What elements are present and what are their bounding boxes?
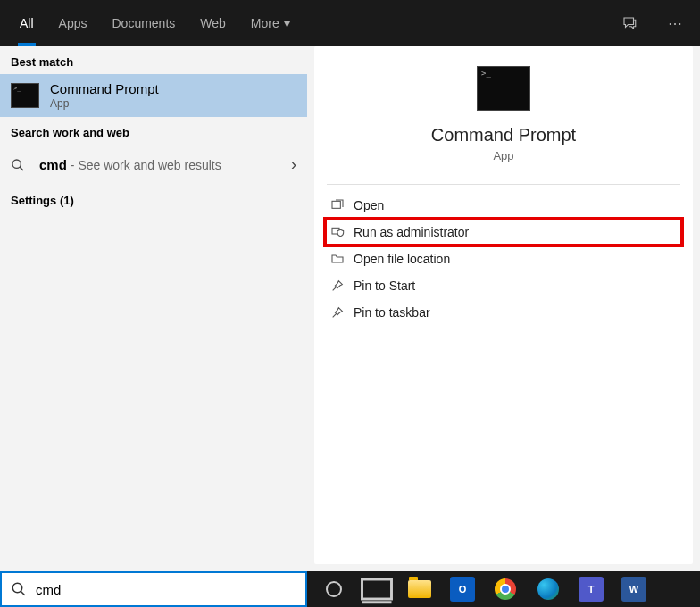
open-icon <box>330 198 354 212</box>
svg-line-5 <box>21 591 25 595</box>
action-run-as-administrator[interactable]: Run as administrator <box>325 219 682 245</box>
action-label: Open file location <box>354 252 450 266</box>
tab-web[interactable]: Web <box>188 0 238 46</box>
tab-label: Documents <box>112 16 175 30</box>
teams-button[interactable]: T <box>571 571 611 607</box>
edge-button[interactable] <box>529 571 568 607</box>
action-label: Open <box>354 198 384 212</box>
results-pane: Best match Command Prompt App Search wor… <box>0 46 307 571</box>
settings-header: Settings (1) <box>0 185 307 212</box>
folder-icon <box>330 252 354 266</box>
best-match-result[interactable]: Command Prompt App <box>0 74 307 117</box>
pin-icon <box>330 279 354 293</box>
tab-apps[interactable]: Apps <box>46 0 100 46</box>
action-label: Pin to taskbar <box>354 305 430 320</box>
svg-rect-2 <box>332 201 340 208</box>
admin-shield-icon <box>330 225 354 239</box>
preview-title: Command Prompt <box>314 125 693 146</box>
search-icon <box>11 158 25 172</box>
taskbar: O T W <box>307 571 700 607</box>
tab-label: Web <box>200 16 226 30</box>
command-prompt-icon <box>11 83 39 108</box>
tab-all[interactable]: All <box>7 0 46 46</box>
outlook-icon: O <box>450 577 475 602</box>
teams-icon: T <box>579 577 604 602</box>
action-open-file-location[interactable]: Open file location <box>325 245 682 272</box>
search-filter-tabs: All Apps Documents Web More ▾ ⋯ <box>0 0 700 46</box>
command-prompt-icon <box>477 66 530 111</box>
tab-more[interactable]: More ▾ <box>238 0 303 46</box>
chevron-right-icon: › <box>291 155 296 174</box>
outlook-button[interactable]: O <box>443 571 482 607</box>
actions-list: Open Run as administrator Open file loca… <box>314 190 693 328</box>
web-search-term: cmd <box>39 157 67 172</box>
preview-subtitle: App <box>314 149 693 162</box>
svg-point-4 <box>12 583 22 593</box>
tab-label: Apps <box>59 16 88 30</box>
pin-icon <box>330 305 354 320</box>
word-button[interactable]: W <box>614 571 654 607</box>
result-title: Command Prompt <box>50 81 159 96</box>
action-label: Run as administrator <box>354 225 469 239</box>
feedback-icon[interactable] <box>621 15 657 31</box>
word-icon: W <box>621 577 646 602</box>
file-explorer-button[interactable] <box>400 571 439 607</box>
action-pin-to-start[interactable]: Pin to Start <box>325 272 682 299</box>
more-options-icon[interactable]: ⋯ <box>657 15 693 32</box>
edge-icon <box>538 578 559 600</box>
task-view-icon <box>357 570 396 607</box>
tab-label: More <box>251 16 279 30</box>
search-icon <box>11 581 27 597</box>
search-work-web-header: Search work and web <box>0 117 307 145</box>
action-open[interactable]: Open <box>325 192 682 219</box>
cortana-icon <box>326 581 342 597</box>
tab-label: All <box>20 16 34 30</box>
best-match-header: Best match <box>0 46 307 74</box>
search-input[interactable] <box>36 582 296 597</box>
result-subtitle: App <box>50 97 159 110</box>
folder-icon <box>408 580 431 598</box>
chrome-icon <box>495 578 516 600</box>
task-view-button[interactable] <box>357 571 396 607</box>
svg-point-0 <box>12 160 21 168</box>
svg-rect-6 <box>362 579 392 599</box>
divider <box>327 184 680 185</box>
web-search-hint: - See work and web results <box>71 158 221 172</box>
cortana-button[interactable] <box>314 571 354 607</box>
chevron-down-icon: ▾ <box>284 16 290 30</box>
preview-pane: Command Prompt App Open Run as administr… <box>307 46 700 571</box>
start-search-bar[interactable] <box>0 571 307 607</box>
action-pin-to-taskbar[interactable]: Pin to taskbar <box>325 299 682 326</box>
tab-documents[interactable]: Documents <box>99 0 188 46</box>
chrome-button[interactable] <box>486 571 525 607</box>
action-label: Pin to Start <box>354 279 415 293</box>
web-search-result[interactable]: cmd - See work and web results › <box>0 145 307 185</box>
svg-line-1 <box>20 167 23 170</box>
